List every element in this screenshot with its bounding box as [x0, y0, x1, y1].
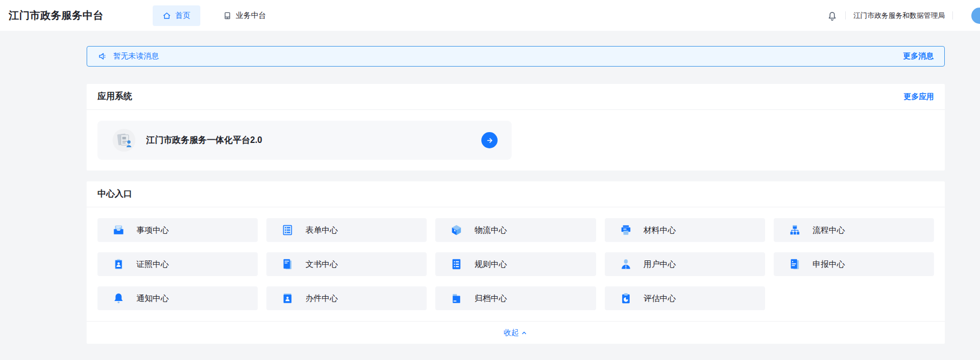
- main-nav: 首页 业务中台: [153, 5, 276, 26]
- center-item[interactable]: 申报中心: [774, 252, 934, 276]
- center-item[interactable]: 表单中心: [266, 218, 427, 242]
- app-section-body: 江门市政务服务一体化平台2.0: [87, 110, 945, 171]
- app-section-title: 应用系统: [97, 91, 132, 102]
- book-icon: [282, 258, 293, 270]
- divider: [952, 11, 953, 19]
- announcement-icon: [98, 51, 108, 61]
- app-name: 江门市政务服务一体化平台2.0: [146, 135, 262, 146]
- collapse-button[interactable]: 收起: [87, 321, 945, 344]
- sitemap-icon: [789, 224, 801, 236]
- center-item[interactable]: 流程中心: [774, 218, 934, 242]
- center-item[interactable]: 材料中心: [605, 218, 765, 242]
- center-section-title: 中心入口: [97, 188, 132, 200]
- center-entry-section: 中心入口 事项中心 表单中心 物流中心 材料中心 流程中心 证照中心 文书中心 …: [87, 181, 945, 344]
- center-item-label: 文书中心: [305, 259, 338, 270]
- platform-icon: [223, 11, 232, 20]
- form-icon: [282, 224, 293, 236]
- user-icon: [620, 258, 632, 270]
- more-apps-link[interactable]: 更多应用: [904, 92, 934, 102]
- center-grid: 事项中心 表单中心 物流中心 材料中心 流程中心 证照中心 文书中心 规则中心 …: [87, 207, 945, 321]
- tab-home[interactable]: 首页: [153, 5, 200, 26]
- center-item[interactable]: 办件中心: [266, 286, 427, 310]
- bell-icon[interactable]: [827, 10, 838, 21]
- app-section-header: 应用系统 更多应用: [87, 84, 945, 110]
- folder-icon: [450, 292, 462, 304]
- center-item[interactable]: 事项中心: [97, 218, 258, 242]
- chevron-up-icon: [520, 329, 528, 337]
- center-item-label: 材料中心: [644, 225, 676, 235]
- inbox-icon: [113, 224, 125, 236]
- center-item-label: 流程中心: [813, 225, 845, 235]
- id-badge-icon: [113, 258, 125, 270]
- center-item-label: 物流中心: [474, 225, 507, 235]
- org-name: 江门市政务服务和数据管理局: [853, 11, 945, 21]
- center-item-label: 通知中心: [136, 293, 169, 304]
- center-item-label: 事项中心: [136, 225, 169, 235]
- app-system-section: 应用系统 更多应用 江门市政务服务一体化平台2.0: [87, 84, 945, 171]
- bell-filled-icon: [113, 292, 125, 304]
- center-item-label: 规则中心: [474, 259, 507, 270]
- center-item-label: 评估中心: [644, 293, 676, 304]
- header-right: 江门市政务服务和数据管理局: [827, 10, 971, 21]
- collapse-label: 收起: [504, 328, 519, 338]
- center-item[interactable]: 规则中心: [435, 252, 596, 276]
- tab-business-label: 业务中台: [236, 11, 266, 21]
- case-icon: [282, 292, 293, 304]
- center-item[interactable]: 物流中心: [435, 218, 596, 242]
- notice-text: 暂无未读消息: [113, 51, 159, 61]
- user-avatar[interactable]: [971, 8, 980, 24]
- center-item[interactable]: 归档中心: [435, 286, 596, 310]
- center-item-label: 申报中心: [813, 259, 845, 270]
- center-item-label: 表单中心: [305, 225, 338, 235]
- center-item[interactable]: 通知中心: [97, 286, 258, 310]
- list-icon: [450, 258, 462, 270]
- top-header: 江门市政务服务中台 首页 业务中台 江门市政务服务和数据管理局: [0, 0, 980, 31]
- divider: [845, 11, 846, 19]
- center-item[interactable]: 评估中心: [605, 286, 765, 310]
- center-item-label: 办件中心: [305, 293, 338, 304]
- center-item-label: 用户中心: [644, 259, 676, 270]
- open-app-arrow-button[interactable]: [481, 132, 498, 148]
- brand-title: 江门市政务服务中台: [9, 9, 104, 23]
- center-item-label: 证照中心: [136, 259, 169, 270]
- tab-business-platform[interactable]: 业务中台: [213, 5, 276, 26]
- app-card-platform-2.0[interactable]: 江门市政务服务一体化平台2.0: [97, 121, 512, 160]
- center-item[interactable]: 证照中心: [97, 252, 258, 276]
- center-item[interactable]: 文书中心: [266, 252, 427, 276]
- home-icon: [162, 11, 171, 20]
- center-item[interactable]: 用户中心: [605, 252, 765, 276]
- center-section-header: 中心入口: [87, 181, 945, 207]
- notice-bar[interactable]: 暂无未读消息 更多消息: [87, 46, 945, 67]
- page-content: 暂无未读消息 更多消息 应用系统 更多应用 江门市政务服务一体化平台2.0 中心…: [87, 46, 945, 344]
- report-icon: [789, 258, 801, 270]
- printer-icon: [620, 224, 632, 236]
- more-messages-link[interactable]: 更多消息: [903, 51, 933, 61]
- clipboard-icon: [620, 292, 632, 304]
- cube-icon: [450, 224, 462, 236]
- app-illustration-icon: [112, 128, 136, 153]
- center-item-label: 归档中心: [474, 293, 507, 304]
- tab-home-label: 首页: [175, 11, 191, 21]
